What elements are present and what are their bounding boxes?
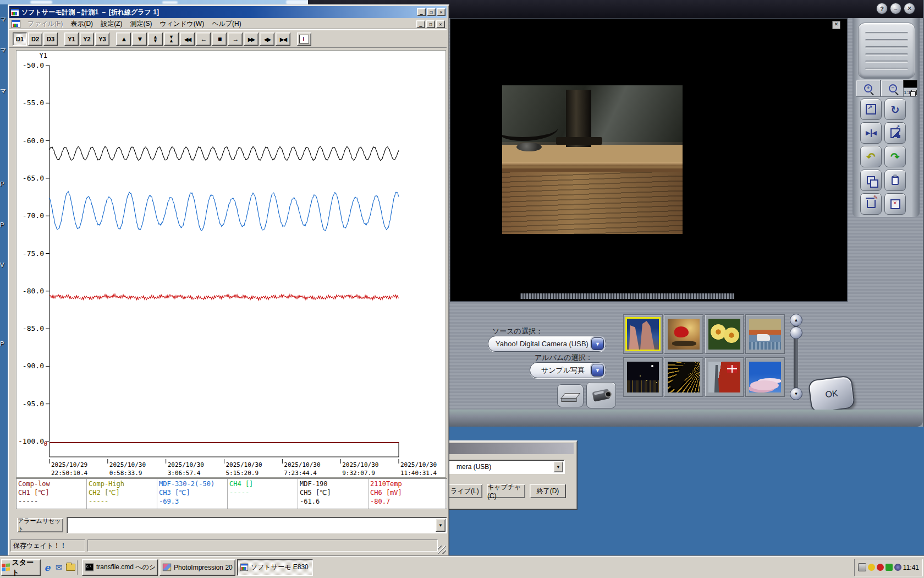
chart-plot: Y1-50.0-55.0-60.0-65.0-70.0-75.0-80.0-85…: [16, 51, 446, 477]
close-button[interactable]: ✕: [904, 3, 915, 14]
measurement-titlebar[interactable]: ソフトサーモ計測－計測1 － [折れ線グラフ 1] _ ❐ ✕: [9, 6, 447, 18]
expand-horizontal-button[interactable]: ◀▶: [260, 32, 274, 46]
close-button[interactable]: ✕: [437, 8, 446, 16]
scroll-up-button[interactable]: ▲: [790, 314, 802, 326]
toolbar-d3-button[interactable]: D3: [43, 32, 58, 46]
zoom-value-display: [903, 80, 917, 88]
zoom-in-button[interactable]: +: [856, 80, 881, 97]
graph-view-button[interactable]: [297, 32, 311, 46]
paste-tool-button[interactable]: [884, 170, 906, 191]
alarm-reset-button[interactable]: アラームリセット: [17, 518, 63, 532]
chevron-down-icon[interactable]: ▼: [591, 364, 604, 377]
thumbnail-image: [668, 362, 700, 392]
x-tick-time: 0:58:33.9: [109, 470, 142, 477]
alarm-combo[interactable]: [67, 517, 447, 533]
help-button[interactable]: ?: [876, 3, 888, 14]
taskbar-task-1[interactable]: transfile.cmd へのショート...: [82, 559, 158, 576]
thumbnail-4[interactable]: [745, 314, 785, 354]
thumbnail-8[interactable]: [745, 357, 785, 397]
quicklaunch-folder-icon[interactable]: [65, 563, 75, 572]
panel-grille[interactable]: [858, 23, 915, 79]
thumbnail-image: [627, 319, 659, 350]
dialog-button-2[interactable]: キャプチャ(C): [487, 484, 525, 498]
scrollbar-thumb[interactable]: [790, 326, 802, 339]
scanner-button[interactable]: [557, 384, 584, 407]
step-forward-button[interactable]: →: [228, 32, 243, 46]
resize-tool-button[interactable]: [860, 99, 882, 120]
minimize-button[interactable]: _: [417, 8, 426, 16]
minimize-button[interactable]: –: [890, 3, 901, 14]
toolbar-y1-button[interactable]: Y1: [64, 32, 79, 46]
video-close-icon[interactable]: ✕: [832, 21, 840, 29]
desktop-icon-fragment: マ: [0, 87, 7, 95]
source-select-combo[interactable]: Yahoo! Digital Camera (USB) ▼: [488, 336, 606, 352]
album-select-combo[interactable]: サンプル写真 ▼: [530, 362, 606, 378]
thumbnail-6[interactable]: [664, 357, 703, 397]
compress-vertical-button[interactable]: ▼▲: [164, 32, 179, 46]
fast-forward-button[interactable]: ▶▶: [244, 32, 258, 46]
quicklaunch-internet-explorer-icon[interactable]: e: [42, 563, 52, 572]
dialog-button-1[interactable]: ライブ(L): [447, 484, 482, 498]
webcam-photo: [502, 85, 683, 234]
zoom-out-button[interactable]: −: [881, 80, 905, 97]
resize-grip[interactable]: [438, 546, 446, 554]
menu-item-1[interactable]: ファイル(F): [24, 19, 67, 29]
restore-button[interactable]: ❐: [427, 8, 436, 16]
range-box[interactable]: [50, 443, 399, 457]
flip-horizontal-tool-button[interactable]: ▶◀: [860, 122, 882, 144]
printer-icon[interactable]: [858, 563, 866, 571]
close-image-tool-button[interactable]: [884, 193, 906, 215]
taskbar-task-3[interactable]: ソフトサーモ E830: [237, 559, 313, 576]
camera-button[interactable]: [586, 382, 616, 408]
menu-item-6[interactable]: ヘルプ(H): [208, 19, 245, 29]
thumbnail-7[interactable]: [705, 357, 744, 397]
quicklaunch-mail-icon[interactable]: ✉: [54, 563, 64, 572]
chevron-down-icon[interactable]: ▼: [591, 337, 604, 350]
thumbnail-scrollbar[interactable]: ▲ ▼: [790, 314, 802, 401]
zoom-out-icon: −: [889, 84, 897, 92]
status-green-icon[interactable]: [886, 564, 893, 571]
toolbar-y2-button[interactable]: Y2: [80, 32, 94, 46]
status-yellow-icon[interactable]: [868, 564, 875, 571]
scroll-up-button[interactable]: ▲: [116, 32, 131, 46]
thumbnail-5[interactable]: [623, 357, 663, 397]
delete-tool-button[interactable]: [860, 193, 882, 215]
crop-rotate-tool-button[interactable]: [884, 122, 906, 144]
actual-size-button[interactable]: 1:1: [903, 88, 917, 97]
toolbar-y3-button[interactable]: Y3: [95, 32, 109, 46]
menu-item-2[interactable]: 表示(D): [67, 19, 97, 29]
dialog-button-3[interactable]: 終了(D): [530, 484, 566, 498]
ok-button[interactable]: OK: [808, 375, 856, 413]
start-button[interactable]: スタート: [1, 559, 41, 576]
mdi-minimize-button[interactable]: _: [416, 20, 425, 28]
copy-tool-button[interactable]: [860, 170, 882, 191]
toolbar-d2-button[interactable]: D2: [28, 32, 42, 46]
chevron-down-icon[interactable]: [553, 461, 563, 472]
expand-vertical-button[interactable]: ▲▼: [148, 32, 163, 46]
chevron-down-icon[interactable]: [436, 519, 446, 532]
thumbnail-1[interactable]: [623, 314, 663, 354]
toolbar-d1-button[interactable]: D1: [13, 32, 27, 46]
taskbar-task-2[interactable]: PhotoImpression 2000: [160, 559, 235, 576]
status-red-icon[interactable]: [877, 564, 884, 571]
fast-rewind-button[interactable]: ◀◀: [180, 32, 195, 46]
thumbnail-3[interactable]: [705, 314, 744, 354]
x-tick-date: 2025/10/29: [51, 461, 87, 468]
scroll-down-button[interactable]: ▼: [790, 388, 802, 400]
stop-button[interactable]: ■: [212, 32, 227, 46]
redo-tool-button[interactable]: ↷: [884, 146, 906, 167]
mdi-close-button[interactable]: ✕: [436, 20, 445, 28]
menu-item-5[interactable]: ウィンドウ(W): [156, 19, 208, 29]
undo-icon: ↶: [866, 150, 876, 163]
thumbnail-2[interactable]: [664, 314, 703, 354]
scroll-down-button[interactable]: ▼: [132, 32, 147, 46]
channel-name: MDF-190: [300, 479, 366, 488]
menu-item-4[interactable]: 測定(S): [126, 19, 156, 29]
mdi-restore-button[interactable]: ❐: [426, 20, 435, 28]
status-blue-icon[interactable]: [894, 564, 901, 571]
step-back-button[interactable]: ←: [196, 32, 211, 46]
rotate-tool-button[interactable]: ↻: [884, 99, 906, 120]
menu-item-3[interactable]: 設定(Z): [97, 19, 126, 29]
undo-tool-button[interactable]: ↶: [860, 146, 882, 167]
compress-horizontal-button[interactable]: ▶◀: [276, 32, 290, 46]
